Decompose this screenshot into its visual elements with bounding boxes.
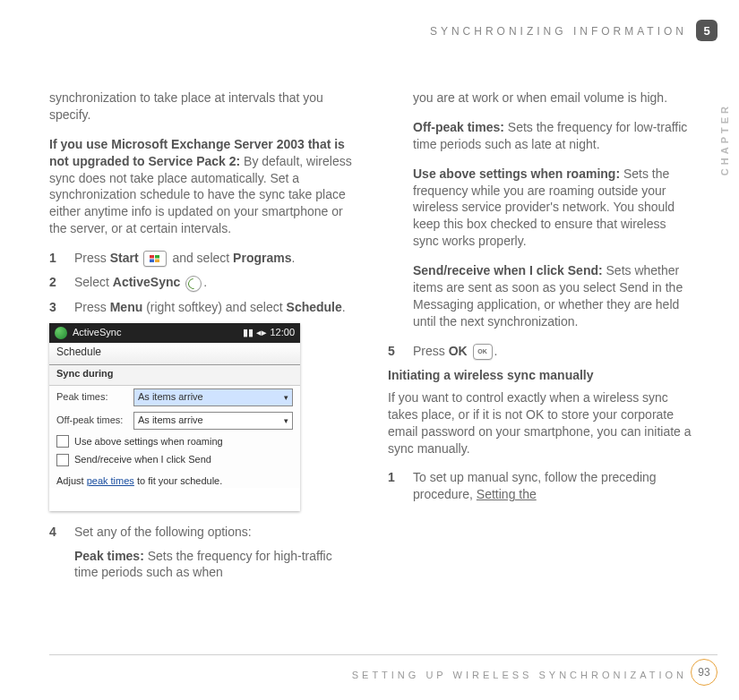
sendreceive-checkbox[interactable] [56, 454, 69, 466]
bold-run: Schedule [287, 300, 342, 314]
step: 3 Press Menu (right softkey) and select … [49, 299, 356, 316]
body-text: you are at work or when email volume is … [413, 90, 694, 107]
select-value: As items arrive [138, 390, 203, 404]
option-description: Use above settings when roaming: Sets th… [413, 166, 694, 250]
option-description: Peak times: Sets the frequency for high-… [74, 548, 356, 582]
bold-run: Programs [233, 251, 291, 265]
svg-rect-2 [150, 260, 154, 263]
checkbox-label: Send/receive when I click Send [74, 453, 211, 466]
screenshot-row-sendreceive: Send/receive when I click Send [49, 450, 300, 469]
bold-run: Send/receive when I click Send: [413, 263, 603, 277]
step-number: 4 [49, 524, 62, 582]
bold-run: Start [110, 251, 139, 265]
screenshot-section-label: Sync during [49, 365, 300, 386]
step-body: Press Menu (right softkey) and select Sc… [74, 299, 356, 316]
cross-reference-link[interactable]: Setting the [477, 487, 537, 501]
body-text: If you use Microsoft Exchange Server 200… [49, 136, 356, 237]
step: 1 To set up manual sync, follow the prec… [388, 469, 694, 503]
field-label: Off-peak times: [56, 414, 128, 427]
right-column: you are at work or when email volume is … [388, 90, 694, 588]
screenshot-footer: Adjust peak times to fit your schedule. [49, 469, 300, 488]
screenshot-titlebar: ActiveSync ▮▮ ◂▸ 12:00 [49, 323, 300, 343]
step: 1 Press Start and select Programs. [49, 250, 356, 267]
step: 2 Select ActiveSync . [49, 274, 356, 291]
smartphone-screenshot: ActiveSync ▮▮ ◂▸ 12:00 Schedule Sync dur… [49, 323, 300, 511]
step-body: Press Start and select Programs. [74, 250, 356, 267]
step-number: 2 [49, 274, 62, 291]
bold-run: OK [449, 344, 468, 358]
step-body: Press OK OK. [413, 343, 694, 360]
activesync-icon [185, 276, 202, 292]
text-run: Press [413, 344, 449, 358]
roaming-checkbox[interactable] [56, 435, 69, 448]
step: 5 Press OK OK. [388, 343, 694, 360]
step-number: 1 [388, 469, 400, 503]
text-run: Set any of the following options: [74, 524, 356, 541]
peak-times-select[interactable]: As items arrive ▾ [133, 388, 293, 406]
step-number: 3 [49, 299, 62, 316]
screenshot-row-peak: Peak times: As items arrive ▾ [49, 386, 300, 409]
text-run: (right softkey) and select [142, 300, 286, 314]
bold-run: Menu [110, 300, 143, 314]
select-value: As items arrive [138, 414, 203, 427]
chapter-number-badge: 5 [696, 20, 718, 41]
svg-rect-3 [155, 260, 159, 263]
footer-divider [49, 654, 718, 655]
step-body: Select ActiveSync . [74, 274, 356, 291]
text-run: and select [172, 251, 233, 265]
app-name: ActiveSync [73, 326, 237, 339]
section-subheading: Initiating a wireless sync manually [388, 367, 694, 384]
step-number: 1 [49, 250, 62, 267]
bold-run: Use above settings when roaming: [413, 166, 620, 181]
svg-rect-1 [155, 255, 159, 259]
left-column: synchronization to take place at interva… [49, 90, 356, 588]
body-text: If you want to control exactly when a wi… [388, 389, 694, 457]
screenshot-body: Schedule Sync during Peak times: As item… [49, 343, 300, 489]
chevron-down-icon: ▾ [284, 415, 288, 426]
ok-key-icon: OK [473, 344, 493, 360]
screenshot-row-offpeak: Off-peak times: As items arrive ▾ [49, 409, 300, 432]
text-run: . [203, 275, 207, 289]
option-description: Off-peak times: Sets the frequency for l… [413, 119, 694, 153]
body-text: synchronization to take place at interva… [49, 90, 356, 124]
text-run: to fit your schedule. [134, 475, 222, 486]
windows-start-icon [143, 251, 167, 267]
text-run: Press [74, 251, 110, 265]
chapter-side-label: CHAPTER [719, 103, 730, 175]
step-body: To set up manual sync, follow the preced… [413, 469, 694, 503]
bold-run: Off-peak times: [413, 120, 504, 134]
offpeak-times-select[interactable]: As items arrive ▾ [133, 412, 293, 430]
peak-times-link[interactable]: peak times [87, 475, 134, 486]
text-run: Press [74, 300, 110, 314]
footer-title: SETTING UP WIRELESS SYNCHRONIZATION [352, 670, 687, 680]
step-number: 5 [388, 343, 400, 360]
chevron-down-icon: ▾ [284, 392, 288, 403]
step-body: Set any of the following options: Peak t… [74, 524, 356, 582]
field-label: Peak times: [56, 390, 128, 404]
checkbox-label: Use above settings when roaming [74, 435, 223, 448]
page-number-badge: 93 [691, 659, 718, 686]
status-icons: ▮▮ ◂▸ 12:00 [243, 326, 295, 339]
bold-run: Peak times: [74, 549, 144, 563]
content: synchronization to take place at interva… [49, 90, 694, 588]
bold-run: ActiveSync [113, 275, 180, 289]
text-run: . [494, 344, 498, 358]
step: 4 Set any of the following options: Peak… [49, 524, 356, 582]
option-description: Send/receive when I click Send: Sets whe… [413, 262, 694, 330]
text-run: Adjust [56, 475, 87, 486]
text-run: . [342, 300, 346, 314]
text-run: . [291, 251, 295, 265]
text-run: Select [74, 275, 113, 289]
screenshot-row-roaming: Use above settings when roaming [49, 432, 300, 451]
app-icon [55, 327, 67, 339]
svg-rect-0 [150, 255, 154, 259]
header-title: SYNCHRONIZING INFORMATION [430, 25, 687, 38]
screenshot-tab: Schedule [49, 343, 300, 365]
